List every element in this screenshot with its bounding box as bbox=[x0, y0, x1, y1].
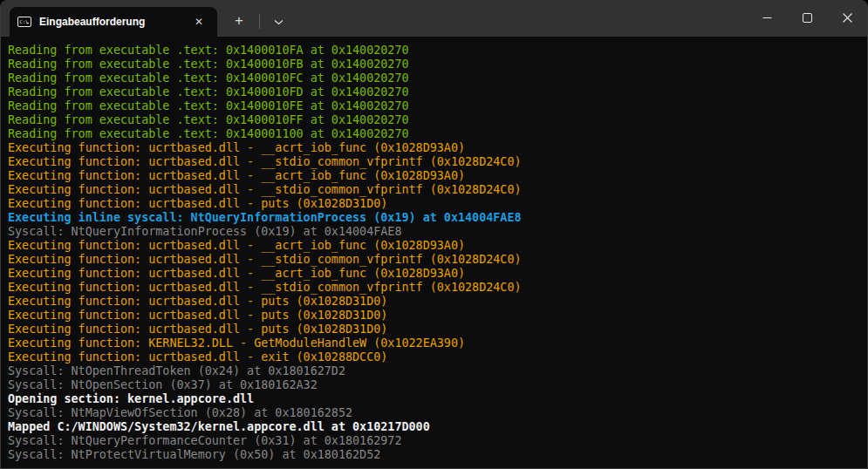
terminal-line: Executing function: ucrtbased.dll - __st… bbox=[8, 155, 864, 169]
terminal-line: Syscall: NtOpenThreadToken (0x24) at 0x1… bbox=[8, 364, 864, 378]
terminal-line: Reading from executable .text: 0x1400010… bbox=[8, 71, 864, 85]
terminal-line: Reading from executable .text: 0x1400010… bbox=[8, 58, 864, 71]
tab-dropdown-button[interactable] bbox=[265, 10, 291, 32]
terminal-line: Reading from executable .text: 0x1400010… bbox=[8, 113, 864, 127]
terminal-line: Syscall: NtQueryInformationProcess (0x19… bbox=[8, 225, 864, 239]
minimize-button[interactable] bbox=[747, 0, 787, 37]
cmd-window-icon: C:\ bbox=[17, 15, 31, 29]
terminal-line: Reading from executable .text: 0x1400010… bbox=[8, 44, 864, 58]
terminal-line: Executing function: ucrtbased.dll - puts… bbox=[8, 197, 864, 211]
terminal-output[interactable]: Reading from executable .text: 0x1400010… bbox=[1, 37, 867, 468]
terminal-line: Executing function: ucrtbased.dll - __ac… bbox=[8, 239, 864, 253]
terminal-line: Reading from executable .text: 0x1400011… bbox=[8, 127, 864, 141]
terminal-line: Executing function: ucrtbased.dll - exit… bbox=[8, 350, 864, 364]
maximize-icon bbox=[803, 10, 812, 26]
terminal-window: C:\ Eingabeaufforderung ✕ + bbox=[0, 0, 868, 469]
chevron-down-icon bbox=[274, 13, 284, 29]
terminal-line: Executing function: ucrtbased.dll - __ac… bbox=[8, 169, 864, 183]
terminal-line: Executing function: ucrtbased.dll - puts… bbox=[8, 295, 864, 309]
terminal-line: Executing function: ucrtbased.dll - puts… bbox=[8, 309, 864, 323]
minimize-icon bbox=[762, 10, 772, 26]
title-bar[interactable]: C:\ Eingabeaufforderung ✕ + bbox=[1, 0, 867, 37]
terminal-line: Executing function: ucrtbased.dll - __st… bbox=[8, 281, 864, 295]
terminal-line: Executing function: ucrtbased.dll - __ac… bbox=[8, 141, 864, 155]
terminal-line: Reading from executable .text: 0x1400010… bbox=[8, 85, 864, 99]
window-controls bbox=[747, 0, 867, 37]
terminal-line: Executing function: ucrtbased.dll - __ac… bbox=[8, 267, 864, 281]
terminal-line: Executing inline syscall: NtQueryInforma… bbox=[8, 211, 864, 225]
tab-eingabeaufforderung[interactable]: C:\ Eingabeaufforderung ✕ bbox=[10, 7, 217, 37]
tab-close-icon[interactable]: ✕ bbox=[191, 15, 207, 29]
terminal-line: Syscall: NtQueryPerformanceCounter (0x31… bbox=[8, 434, 864, 448]
terminal-line: Reading from executable .text: 0x1400010… bbox=[8, 99, 864, 113]
terminal-line: Executing function: KERNEL32.DLL - GetMo… bbox=[8, 336, 864, 350]
terminal-line: Executing function: ucrtbased.dll - __st… bbox=[8, 253, 864, 267]
close-icon bbox=[843, 10, 852, 26]
tab-title: Eingabeaufforderung bbox=[39, 16, 191, 28]
terminal-line: Executing function: ucrtbased.dll - puts… bbox=[8, 323, 864, 336]
terminal-line: Executing function: ucrtbased.dll - __st… bbox=[8, 183, 864, 197]
terminal-line: Syscall: NtOpenSection (0x37) at 0x18016… bbox=[8, 378, 864, 392]
new-tab-button[interactable]: + bbox=[224, 10, 254, 32]
terminal-line: Opening section: kernel.appcore.dll bbox=[8, 392, 864, 406]
tabbar-divider bbox=[259, 14, 260, 29]
terminal-line: Syscall: NtMapViewOfSection (0x28) at 0x… bbox=[8, 406, 864, 420]
terminal-line: Syscall: NtProtectVirtualMemory (0x50) a… bbox=[8, 448, 864, 462]
close-button[interactable] bbox=[827, 0, 867, 37]
maximize-button[interactable] bbox=[787, 0, 827, 37]
terminal-line: Mapped C:/WINDOWS/System32/kernel.appcor… bbox=[8, 420, 864, 434]
